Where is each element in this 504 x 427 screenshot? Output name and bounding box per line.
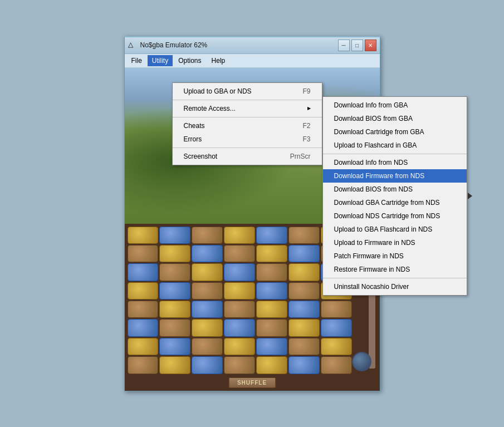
puzzle-cell <box>128 338 159 355</box>
cheats-shortcut: F2 <box>302 122 310 130</box>
maximize-button[interactable]: □ <box>351 40 363 51</box>
submenu-dl-nds-cart-nds[interactable]: Download NDS Cartridge from NDS <box>323 209 467 223</box>
puzzle-cell <box>128 263 159 281</box>
puzzle-cell <box>192 338 223 355</box>
puzzle-cell <box>128 245 159 262</box>
menu-help[interactable]: Help <box>207 55 230 66</box>
submenu-dl-firmware-nds[interactable]: Download Firmware from NDS <box>323 169 467 183</box>
separator-2 <box>173 117 322 117</box>
puzzle-cell <box>159 319 190 336</box>
puzzle-cell <box>256 245 287 262</box>
remote-access-submenu: Download Info from GBA Download BIOS fro… <box>322 96 467 296</box>
close-button[interactable]: ✕ <box>365 40 376 51</box>
remote-access-label: Remote Access... <box>184 105 236 112</box>
menu-upload-gba-nds[interactable]: Upload to GBA or NDS F9 <box>173 85 322 98</box>
submenu-sep-2 <box>323 278 467 278</box>
menu-cheats[interactable]: Cheats F2 <box>173 119 322 132</box>
puzzle-cell <box>224 338 255 355</box>
puzzle-cell <box>159 301 190 318</box>
menu-errors[interactable]: Errors F3 <box>173 132 322 146</box>
puzzle-cell <box>192 227 223 244</box>
puzzle-cell <box>256 319 287 336</box>
title-bar-left: △ No$gba Emulator 62% <box>128 41 208 50</box>
errors-shortcut: F3 <box>302 135 310 143</box>
puzzle-cell <box>224 356 255 374</box>
puzzle-cell <box>192 301 223 318</box>
submenu-upload-flashcard-gba[interactable]: Upload to Flashcard in GBA <box>323 139 467 152</box>
puzzle-cell <box>288 263 320 281</box>
puzzle-cell <box>159 245 190 262</box>
cursor-indicator <box>468 193 472 199</box>
puzzle-cell <box>192 356 223 374</box>
puzzle-cell <box>321 356 352 374</box>
puzzle-cell <box>256 282 287 300</box>
puzzle-cell <box>224 319 255 336</box>
shuffle-button[interactable]: SHUFFLE <box>228 377 276 388</box>
puzzle-cell <box>256 356 287 374</box>
circle-button[interactable] <box>352 352 371 371</box>
puzzle-cell <box>128 301 159 318</box>
puzzle-cell <box>224 301 255 318</box>
menu-remote-access[interactable]: Remote Access... <box>173 102 322 115</box>
utility-dropdown: Upload to GBA or NDS F9 Remote Access...… <box>172 82 322 165</box>
puzzle-cell <box>288 282 320 300</box>
puzzle-cell <box>192 282 223 300</box>
puzzle-cell <box>224 282 255 300</box>
submenu-dl-gba-cart-nds[interactable]: Download GBA Cartridge from NDS <box>323 196 467 209</box>
puzzle-cell <box>224 245 255 262</box>
puzzle-cell <box>256 227 287 244</box>
dropdown-container: Upload to GBA or NDS F9 Remote Access...… <box>172 82 322 165</box>
puzzle-cell <box>224 263 255 281</box>
submenu-dl-info-gba[interactable]: Download Info from GBA <box>323 99 467 112</box>
submenu-patch-firmware-nds[interactable]: Patch Firmware in NDS <box>323 249 467 263</box>
puzzle-cell <box>288 356 320 374</box>
submenu-dl-bios-gba[interactable]: Download BIOS from GBA <box>323 112 467 125</box>
submenu-uninstall-nocashio[interactable]: Uninstall Nocashio Driver <box>323 280 467 293</box>
puzzle-cell <box>288 245 320 262</box>
submenu-sep-1 <box>323 154 467 154</box>
puzzle-cell <box>256 263 287 281</box>
errors-label: Errors <box>184 135 202 143</box>
submenu-dl-bios-nds[interactable]: Download BIOS from NDS <box>323 183 467 196</box>
menu-utility[interactable]: Utility <box>148 55 173 66</box>
puzzle-cell <box>321 319 352 336</box>
title-bar: △ No$gba Emulator 62% ─ □ ✕ <box>125 37 380 54</box>
puzzle-cell <box>159 356 190 374</box>
puzzle-cell <box>288 301 320 318</box>
puzzle-cell <box>321 338 352 355</box>
puzzle-cell <box>128 282 159 300</box>
title-bar-buttons: ─ □ ✕ <box>338 40 376 51</box>
puzzle-cell <box>128 356 159 374</box>
submenu-restore-firmware-nds[interactable]: Restore Firmware in NDS <box>323 263 467 276</box>
screenshot-label: Screenshot <box>184 153 218 160</box>
puzzle-cell <box>224 227 255 244</box>
app-icon: △ <box>128 41 137 50</box>
puzzle-grid <box>128 227 352 374</box>
puzzle-cell <box>321 301 352 318</box>
puzzle-cell <box>192 319 223 336</box>
puzzle-cell <box>192 245 223 262</box>
menu-options[interactable]: Options <box>174 55 205 66</box>
menu-file[interactable]: File <box>127 55 146 66</box>
emulator-window: △ No$gba Emulator 62% ─ □ ✕ File Utility… <box>124 36 380 391</box>
screenshot-shortcut: PrnScr <box>290 153 311 160</box>
submenu-upload-gba-flash-nds[interactable]: Upload to GBA Flashcard in NDS <box>323 223 467 236</box>
puzzle-cell <box>128 227 159 244</box>
puzzle-cell <box>128 319 159 336</box>
upload-gba-nds-shortcut: F9 <box>302 87 310 95</box>
menu-bar: File Utility Options Help <box>125 54 380 68</box>
minimize-button[interactable]: ─ <box>338 40 350 51</box>
submenu-dl-cartridge-gba[interactable]: Download Cartridge from GBA <box>323 125 467 139</box>
puzzle-cell <box>159 338 190 355</box>
puzzle-cell <box>288 227 320 244</box>
menu-screenshot[interactable]: Screenshot PrnScr <box>173 150 322 163</box>
submenu-dl-info-nds[interactable]: Download Info from NDS <box>323 156 467 169</box>
window-content: SHUFFLE Upload to GBA or NDS F9 Remote A… <box>125 68 380 391</box>
puzzle-cell <box>159 227 190 244</box>
puzzle-cell <box>256 338 287 355</box>
window-title: No$gba Emulator 62% <box>140 41 208 49</box>
separator-1 <box>173 100 322 100</box>
puzzle-cell <box>159 263 190 281</box>
submenu-upload-firmware-nds[interactable]: Upload to Firmware in NDS <box>323 236 467 249</box>
puzzle-cell <box>256 301 287 318</box>
